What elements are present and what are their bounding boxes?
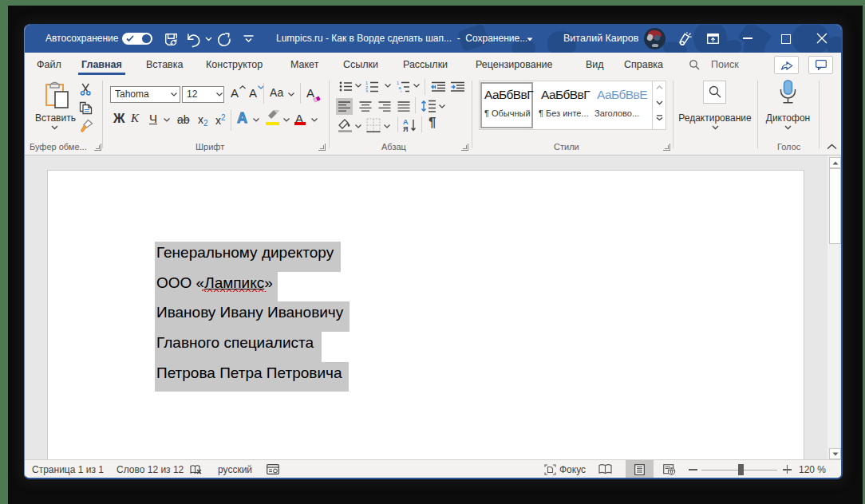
svg-text:i: i <box>401 89 401 93</box>
svg-text:3: 3 <box>365 89 368 93</box>
svg-text:Я: Я <box>403 125 408 132</box>
